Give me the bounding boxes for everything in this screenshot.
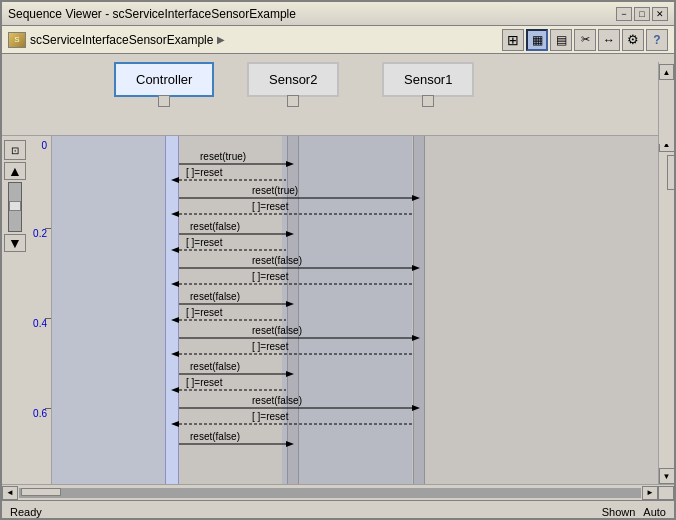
scroll-thumb[interactable] xyxy=(667,155,675,190)
breadcrumb-label: scServiceInterfaceSensorExample xyxy=(30,33,213,47)
toolbar-btn-2[interactable]: ▦ xyxy=(526,29,548,51)
lifeline-sensor2[interactable]: Sensor2 xyxy=(247,62,339,97)
maximize-button[interactable]: □ xyxy=(634,7,650,21)
breadcrumb-icon: S xyxy=(8,32,26,48)
right-scrollbar: ▲ ▼ xyxy=(658,136,674,484)
svg-text:reset(false): reset(false) xyxy=(190,221,240,232)
shown-label: Shown xyxy=(602,506,636,518)
fit-view-button[interactable]: ⊡ xyxy=(4,140,26,160)
sequence-area: ⊡ ▲ ▼ 0 0.2 0.4 0.6 0.8 xyxy=(2,136,674,484)
h-scroll-thumb[interactable] xyxy=(21,488,61,496)
auto-label: Auto xyxy=(643,506,666,518)
scroll-up-button[interactable]: ▲ xyxy=(659,64,674,80)
svg-text:[ ]=reset: [ ]=reset xyxy=(186,237,223,248)
lifeline-sensor1[interactable]: Sensor1 xyxy=(382,62,474,97)
breadcrumb-arrow: ▶ xyxy=(217,34,225,45)
toolbar-buttons: ⊞ ▦ ▤ ✂ ↔ ⚙ ? xyxy=(502,29,668,51)
zoom-in-button[interactable]: ▲ xyxy=(4,162,26,180)
toolbar-btn-6[interactable]: ⚙ xyxy=(622,29,644,51)
main-content: Controller Sensor2 Sensor1 ▲ xyxy=(2,54,674,500)
toolbar-btn-5[interactable]: ↔ xyxy=(598,29,620,51)
status-text: Ready xyxy=(10,506,42,518)
toolbar: S scServiceInterfaceSensorExample ▶ ⊞ ▦ … xyxy=(2,26,674,54)
zoom-slider[interactable] xyxy=(8,182,22,232)
svg-text:[ ]=reset: [ ]=reset xyxy=(186,307,223,318)
svg-text:reset(true): reset(true) xyxy=(200,151,246,162)
svg-text:[ ]=reset: [ ]=reset xyxy=(186,377,223,388)
toolbar-btn-1[interactable]: ⊞ xyxy=(502,29,524,51)
scroll-left-btn[interactable]: ◄ xyxy=(2,486,18,500)
minimize-button[interactable]: − xyxy=(616,7,632,21)
svg-text:reset(false): reset(false) xyxy=(190,431,240,442)
scroll-down-btn[interactable]: ▼ xyxy=(659,468,675,484)
svg-text:reset(false): reset(false) xyxy=(190,361,240,372)
status-indicators: Shown Auto xyxy=(602,506,666,518)
window-title: Sequence Viewer - scServiceInterfaceSens… xyxy=(8,7,296,21)
diagram: reset(true) [ ]=reset reset(true) [ ]=re… xyxy=(52,136,658,484)
lifeline-controller[interactable]: Controller xyxy=(114,62,214,97)
lifelines-header: Controller Sensor2 Sensor1 ▲ xyxy=(2,54,674,136)
window-controls: − □ ✕ xyxy=(616,7,668,21)
scroll-right-btn[interactable]: ► xyxy=(642,486,658,500)
svg-text:reset(false): reset(false) xyxy=(190,291,240,302)
time-axis: ⊡ ▲ ▼ 0 0.2 0.4 0.6 0.8 xyxy=(2,136,52,484)
toolbar-btn-7[interactable]: ? xyxy=(646,29,668,51)
toolbar-btn-3[interactable]: ▤ xyxy=(550,29,572,51)
close-button[interactable]: ✕ xyxy=(652,7,668,21)
horizontal-scrollbar: ◄ ► xyxy=(2,484,674,500)
zoom-controls: ⊡ ▲ ▼ xyxy=(4,138,26,252)
zoom-slider-thumb[interactable] xyxy=(9,201,21,211)
status-bar: Ready Shown Auto xyxy=(2,500,674,520)
svg-text:[ ]=reset: [ ]=reset xyxy=(186,167,223,178)
zoom-out-button[interactable]: ▼ xyxy=(4,234,26,252)
title-bar: Sequence Viewer - scServiceInterfaceSens… xyxy=(2,2,674,26)
breadcrumb: S scServiceInterfaceSensorExample ▶ xyxy=(8,32,498,48)
toolbar-btn-4[interactable]: ✂ xyxy=(574,29,596,51)
